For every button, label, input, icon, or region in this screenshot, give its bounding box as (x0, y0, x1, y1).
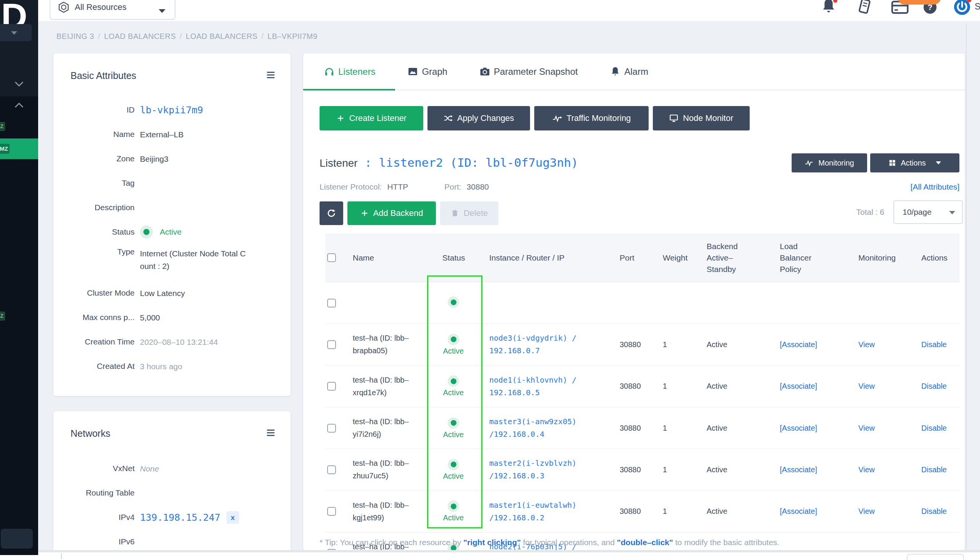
instance-link[interactable]: master3(i-anw9zx05)/192.168.0.4 (478, 415, 608, 441)
tab-alarm[interactable]: Alarm (610, 67, 648, 77)
backend-name: test–ha (ID: lbb–kgj1et99) (345, 499, 429, 524)
instance-link[interactable]: master1(i-euwtalwh)/192.168.0.2 (478, 499, 608, 524)
listener-id[interactable]: : listener2 (ID: lbl-0f7ug3nh) (358, 156, 579, 169)
ipv4-link[interactable]: 139.198.15.247 (140, 511, 220, 524)
instance-link[interactable]: node1(i-khlovnvh) /192.168.0.5 (478, 374, 608, 399)
bottom-right-button[interactable] (907, 554, 964, 560)
col-policy: LoadBalancerPolicy (764, 241, 840, 275)
tab-graph[interactable]: Graph (408, 67, 447, 77)
status-dot-icon (140, 225, 153, 238)
panel-menu-icon[interactable] (267, 430, 275, 438)
attr-label: Creation Time (53, 337, 135, 347)
per-page-select[interactable]: 10/page (893, 200, 963, 224)
associate-policy-link[interactable]: [Associate] (780, 424, 817, 432)
view-monitoring-link[interactable]: View (859, 382, 875, 390)
backend-active-standby: Active (688, 382, 764, 391)
breadcrumb-zone[interactable]: BEIJING 3 (57, 32, 94, 40)
row-checkbox[interactable] (327, 424, 336, 433)
docs-ticket-icon[interactable] (857, 0, 872, 15)
row-checkbox[interactable] (327, 340, 336, 349)
panel-menu-icon[interactable] (267, 72, 275, 80)
attr-label: IPv6 (53, 537, 135, 546)
backend-port: 30880 (608, 507, 644, 516)
tab-label: Alarm (624, 67, 648, 77)
attr-row-tag: Tag (53, 171, 291, 195)
account-logo-icon[interactable] (954, 0, 970, 15)
add-backend-button[interactable]: Add Backend (348, 202, 436, 225)
remove-ipv4-button[interactable]: x (226, 511, 239, 524)
associate-policy-link[interactable]: [Associate] (780, 340, 817, 349)
tab-listeners[interactable]: Listeners (324, 67, 375, 77)
instance-link[interactable]: master2(i-lzvblvzh)/192.168.0.3 (478, 457, 608, 482)
attr-value: 5,000 (140, 311, 160, 324)
row-checkbox[interactable] (327, 382, 336, 391)
right-click-hint: "right clicking" (463, 538, 521, 547)
table-row: test–ha (ID: lbb–brapba05) Active node3(… (325, 324, 959, 365)
resource-scope-select[interactable]: All Resources (50, 0, 175, 20)
attr-label: ID (53, 105, 135, 115)
panel-title: Basic Attributes (70, 70, 136, 81)
traffic-monitoring-button[interactable]: Traffic Monitoring (534, 106, 649, 130)
chevron-up-icon[interactable] (14, 102, 24, 109)
associate-policy-link[interactable]: [Associate] (780, 465, 817, 474)
row-checkbox[interactable] (327, 299, 336, 307)
monitor-icon (669, 114, 678, 123)
delete-button[interactable]: Delete (440, 202, 498, 225)
view-monitoring-link[interactable]: View (859, 424, 875, 432)
attr-value: None (140, 462, 159, 475)
associate-policy-link[interactable]: [Associate] (780, 382, 817, 390)
status-dot-icon (448, 334, 459, 345)
attr-row-vxnet: VxNet None (53, 456, 291, 481)
col-backend: BackendActive–Standby (688, 241, 764, 275)
associate-policy-link[interactable]: [Associate] (780, 507, 817, 515)
scroll-divider (966, 23, 967, 551)
status-badge: Active (443, 375, 464, 397)
disable-action-link[interactable]: Disable (921, 465, 947, 474)
coupons-badge[interactable]: Coupons (897, 0, 941, 5)
monitoring-button[interactable]: Monitoring (792, 153, 867, 172)
status-dot-icon (448, 375, 459, 387)
select-all-checkbox[interactable] (327, 253, 336, 262)
chevron-down-icon[interactable] (14, 80, 24, 87)
table-header: Name Status Instance / Router / IP Port … (325, 233, 959, 282)
refresh-button[interactable] (319, 202, 343, 225)
disable-action-link[interactable]: Disable (921, 507, 947, 515)
attr-label: VxNet (53, 464, 135, 473)
port-value: 30880 (467, 182, 489, 191)
sidebar-item-zone-badge-2[interactable]: Z (0, 312, 5, 320)
scrollbar-nub[interactable] (61, 553, 62, 559)
account-name[interactable]: Sherlock (975, 2, 980, 12)
disable-action-link[interactable]: Disable (921, 340, 947, 349)
attr-value: Internet (Cluster Node Total C ount : 2) (140, 247, 246, 272)
disable-action-link[interactable]: Disable (921, 424, 947, 432)
backend-port: 30880 (608, 465, 644, 474)
disable-action-link[interactable]: Disable (921, 382, 947, 390)
row-checkbox[interactable] (327, 465, 336, 474)
sidebar-item-active[interactable]: MZ (0, 138, 38, 159)
chevron-down-icon (949, 211, 955, 214)
backend-weight: 1 (644, 507, 688, 516)
sidebar-item-zone-badge[interactable]: Z (0, 122, 5, 131)
lb-id-link[interactable]: lb-vkpii7m9 (140, 104, 203, 117)
sidebar-bottom-button[interactable] (1, 529, 33, 548)
chevron-down-icon (936, 162, 941, 164)
sidebar-zone-select[interactable] (0, 24, 32, 41)
headphones-icon (324, 67, 334, 77)
backend-weight: 1 (644, 424, 688, 433)
breadcrumb-subsection[interactable]: LOAD BALANCERS (186, 32, 257, 40)
notification-dot (833, 0, 837, 3)
row-checkbox[interactable] (327, 507, 336, 516)
node-monitor-button[interactable]: Node Monitor (653, 106, 750, 130)
status-dot-icon (448, 417, 459, 429)
create-listener-button[interactable]: Create Listener (319, 106, 423, 130)
breadcrumb-section[interactable]: LOAD BALANCERS (104, 32, 176, 40)
view-monitoring-link[interactable]: View (859, 340, 875, 349)
instance-link[interactable]: node3(i-vdgydrik) /192.168.0.7 (478, 332, 608, 357)
tab-parameter-snapshot[interactable]: Parameter Snapshot (480, 67, 578, 77)
view-monitoring-link[interactable]: View (859, 507, 875, 515)
status-badge: Active (443, 459, 464, 481)
view-monitoring-link[interactable]: View (859, 465, 875, 474)
apply-changes-button[interactable]: Apply Changes (428, 106, 530, 130)
actions-button[interactable]: Actions (870, 153, 959, 172)
all-attributes-link[interactable]: [All Attributes] (910, 182, 959, 192)
